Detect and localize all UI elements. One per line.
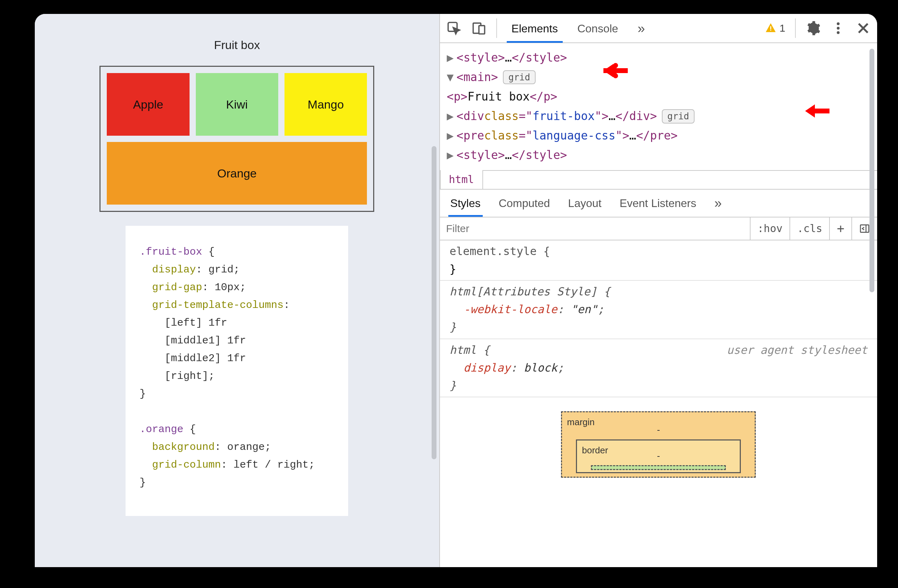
devtools-toolbar: Elements Console » 1 — [440, 14, 877, 43]
cls-button[interactable]: .cls — [789, 217, 829, 240]
device-toggle-icon[interactable] — [471, 20, 487, 36]
tab-more[interactable]: » — [633, 14, 650, 43]
rule-source: user agent stylesheet — [727, 341, 867, 359]
toolbar-separator — [795, 18, 796, 38]
annotation-arrow-icon — [603, 62, 628, 79]
fruit-box-grid: Apple Kiwi Mango Orange — [100, 66, 374, 212]
fruit-apple: Apple — [107, 73, 189, 136]
settings-icon[interactable] — [806, 20, 821, 36]
tab-elements[interactable]: Elements — [507, 15, 563, 42]
fruit-kiwi: Kiwi — [196, 73, 278, 136]
fruit-orange: Orange — [107, 142, 367, 205]
preview-pane: Fruit box Apple Kiwi Mango Orange .fruit… — [35, 14, 439, 567]
new-rule-button[interactable]: + — [829, 217, 851, 240]
svg-point-5 — [837, 22, 840, 25]
rule-html-attributes[interactable]: html[Attributes Style] { -webkit-locale:… — [440, 281, 877, 339]
breadcrumb-item[interactable]: html — [440, 170, 483, 189]
dom-row-pre[interactable]: ▶<pre class="language-css">…</pre> — [447, 126, 877, 145]
subtab-styles[interactable]: Styles — [448, 190, 483, 216]
svg-point-7 — [837, 31, 840, 34]
dom-row-main[interactable]: ▼<main>grid — [447, 68, 877, 87]
dom-breadcrumb[interactable]: html — [440, 170, 877, 189]
fruit-mango: Mango — [284, 73, 367, 136]
border-label: border — [582, 443, 608, 458]
styles-subtabs: Styles Computed Layout Event Listeners » — [440, 189, 877, 217]
rule-element-style[interactable]: element.style { } — [440, 240, 877, 281]
tab-console[interactable]: Console — [572, 15, 623, 42]
warning-badge[interactable]: 1 — [765, 22, 785, 34]
preview-scrollbar[interactable] — [432, 146, 437, 459]
subtab-computed[interactable]: Computed — [497, 190, 552, 216]
inspect-icon[interactable] — [446, 20, 461, 36]
svg-rect-2 — [479, 26, 485, 34]
subtab-event-listeners[interactable]: Event Listeners — [617, 190, 698, 216]
window: Fruit box Apple Kiwi Mango Orange .fruit… — [35, 14, 877, 567]
code-snippet: .fruit-box { display: grid; grid-gap: 10… — [126, 226, 348, 516]
rule-html-useragent[interactable]: html {user agent stylesheet display: blo… — [440, 339, 877, 398]
kebab-menu-icon[interactable] — [830, 20, 846, 36]
devtools-pane: Elements Console » 1 — [439, 14, 877, 567]
close-icon[interactable] — [856, 20, 871, 36]
styles-panel[interactable]: element.style { } html[Attributes Style]… — [440, 240, 877, 567]
grid-badge[interactable]: grid — [503, 70, 536, 84]
hov-button[interactable]: :hov — [750, 217, 789, 240]
svg-rect-3 — [770, 26, 771, 29]
warning-count: 1 — [780, 22, 785, 34]
styles-toolbar: :hov .cls + — [440, 217, 877, 240]
dom-row-style-1[interactable]: ▶<style>…</style> — [447, 48, 877, 68]
annotation-arrow-icon — [805, 102, 829, 120]
grid-badge[interactable]: grid — [662, 109, 695, 123]
toolbar-separator — [496, 18, 497, 38]
svg-point-6 — [837, 27, 840, 29]
filter-input[interactable] — [440, 217, 750, 240]
svg-rect-4 — [770, 29, 771, 31]
dom-tree[interactable]: ▶<style>…</style> ▼<main>grid <p>Fruit b… — [440, 43, 877, 170]
preview-title: Fruit box — [63, 38, 411, 52]
dom-row-style-2[interactable]: ▶<style>…</style> — [447, 145, 877, 165]
box-model[interactable]: margin - border - — [561, 411, 756, 478]
subtab-more[interactable]: » — [712, 189, 724, 217]
margin-label: margin — [567, 415, 594, 430]
subtab-layout[interactable]: Layout — [566, 190, 603, 216]
devtools-scrollbar[interactable] — [869, 49, 874, 292]
